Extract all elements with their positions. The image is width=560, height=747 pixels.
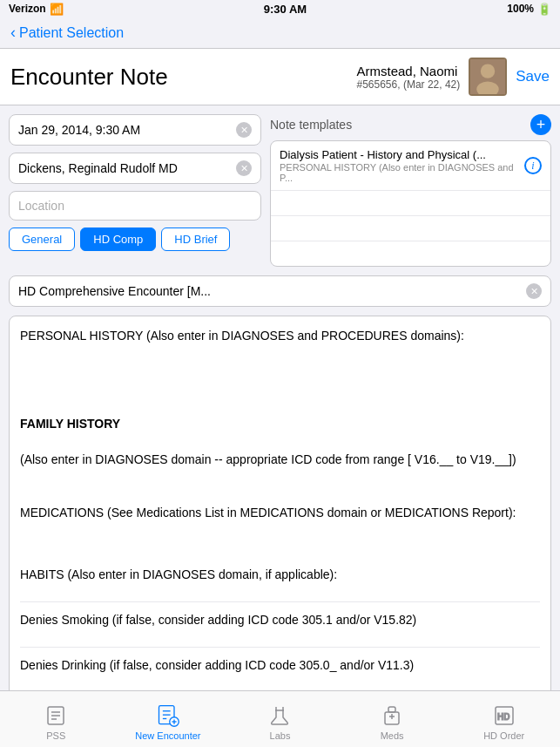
note-section-habits: HABITS (Also enter in DIAGNOSES domain, … [20, 566, 540, 584]
encounter-icon [156, 703, 180, 728]
note-section-spacer-1 [20, 363, 540, 415]
location-placeholder: Location [18, 199, 64, 213]
note-habits-title: HABITS (Also enter in DIAGNOSES domain, … [20, 567, 337, 581]
status-bar: Verizon 📶 9:30 AM 100% 🔋 [0, 0, 560, 17]
note-family-history-title: FAMILY HISTORY [20, 415, 540, 433]
template-item-text: Dialysis Patient - History and Physical … [280, 148, 524, 183]
labs-label: Labs [270, 730, 291, 741]
date-value: Jan 29, 2014, 9:30 AM [18, 123, 140, 137]
time-label: 9:30 AM [264, 3, 307, 16]
wifi-icon: 📶 [50, 3, 64, 16]
nav-bar: ‹ Patient Selection [0, 17, 560, 49]
note-section-personal-history: PERSONAL HISTORY (Also enter in DIAGNOSE… [20, 327, 540, 345]
main-content: Jan 29, 2014, 9:30 AM ✕ Dickens, Reginal… [0, 105, 560, 267]
provider-clear-button[interactable]: ✕ [236, 160, 252, 176]
note-drinking-body: Denies Drinking (if false, consider addi… [20, 658, 414, 672]
page-title: Encounter Note [10, 64, 168, 91]
location-field[interactable]: Location [9, 191, 261, 221]
note-section-title: PERSONAL HISTORY (Also enter in DIAGNOSE… [20, 329, 464, 343]
tab-bar-item-labs[interactable]: Labs [224, 698, 336, 741]
template-desc: PERSONAL HISTORY (Also enter in DIAGNOSE… [280, 162, 524, 183]
provider-field[interactable]: Dickens, Reginald Rudolf MD ✕ [9, 153, 261, 184]
tab-hd-brief[interactable]: HD Brief [161, 227, 230, 251]
note-section-family-history: FAMILY HISTORY [20, 415, 540, 433]
left-column: Jan 29, 2014, 9:30 AM ✕ Dickens, Reginal… [9, 114, 261, 267]
template-empty-row-1 [271, 191, 550, 216]
hd-order-icon: HD [492, 703, 516, 728]
note-medications-title: MEDICATIONS (See Medications List in MED… [20, 506, 516, 520]
list-item[interactable]: Dialysis Patient - History and Physical … [271, 141, 550, 191]
tab-bar-item-new-encounter[interactable]: New Encounter [112, 698, 225, 741]
selected-note-clear-button[interactable]: ✕ [526, 283, 542, 299]
battery-icon: 🔋 [537, 3, 551, 16]
tab-bar: PSS New Encounter Labs [0, 690, 560, 747]
chevron-left-icon: ‹ [10, 24, 16, 42]
note-smoking-body: Denies Smoking (if false, consider addin… [20, 613, 416, 627]
avatar [469, 58, 507, 96]
templates-header: Note templates + [270, 114, 551, 135]
right-column: Note templates + Dialysis Patient - Hist… [270, 114, 551, 267]
tab-bar-item-pss[interactable]: PSS [0, 698, 112, 741]
add-template-button[interactable]: + [530, 114, 551, 135]
note-divider-2 [20, 647, 540, 648]
selected-note-bar[interactable]: HD Comprehensive Encounter [M... ✕ [9, 275, 551, 307]
battery-label: 100% [507, 3, 534, 15]
svg-point-1 [481, 64, 495, 78]
encounter-type-tabs: General HD Comp HD Brief [9, 227, 261, 251]
tab-bar-item-hd-order[interactable]: HD HD Order [448, 698, 560, 741]
patient-info-block: Armstead, Naomi #565656, (Mar 22, 42) [357, 64, 461, 91]
tab-hd-comp[interactable]: HD Comp [80, 227, 156, 251]
note-section-smoking: Denies Smoking (if false, consider addin… [20, 611, 540, 629]
date-clear-button[interactable]: ✕ [236, 122, 252, 138]
note-section-family-history-body: (Also enter in DIAGNOSES domain -- appro… [20, 451, 540, 469]
avatar-image [470, 59, 505, 94]
template-name: Dialysis Patient - History and Physical … [280, 148, 524, 161]
patient-name: Armstead, Naomi [357, 64, 461, 78]
carrier-wifi: Verizon 📶 [9, 3, 64, 16]
battery-info: 100% 🔋 [507, 3, 551, 16]
note-content-area[interactable]: PERSONAL HISTORY (Also enter in DIAGNOSE… [9, 316, 551, 713]
note-section-spacer-3 [20, 540, 540, 566]
note-divider-1 [20, 601, 540, 602]
note-section-spacer-2 [20, 486, 540, 504]
back-label: Patient Selection [19, 25, 124, 41]
selected-note-label: HD Comprehensive Encounter [M... [18, 284, 211, 298]
pss-icon [44, 703, 68, 728]
note-family-history-body: (Also enter in DIAGNOSES domain -- appro… [20, 452, 516, 466]
back-button[interactable]: ‹ Patient Selection [10, 24, 124, 42]
templates-title: Note templates [270, 118, 352, 132]
provider-value: Dickens, Reginald Rudolf MD [18, 161, 178, 175]
meds-label: Meds [381, 730, 404, 741]
page-header: Encounter Note Armstead, Naomi #565656, … [0, 49, 560, 105]
header-right: Armstead, Naomi #565656, (Mar 22, 42) Sa… [357, 58, 550, 96]
svg-text:HD: HD [497, 712, 509, 722]
svg-rect-15 [388, 707, 395, 712]
date-field[interactable]: Jan 29, 2014, 9:30 AM ✕ [9, 114, 261, 146]
template-list: Dialysis Patient - History and Physical … [270, 140, 551, 267]
note-section-medications: MEDICATIONS (See Medications List in MED… [20, 504, 540, 522]
patient-details: #565656, (Mar 22, 42) [357, 78, 461, 91]
info-icon[interactable]: i [524, 157, 542, 174]
encounter-label: New Encounter [135, 730, 200, 741]
template-empty-row-2 [271, 216, 550, 241]
note-section-drinking: Denies Drinking (if false, consider addi… [20, 656, 540, 675]
meds-icon [380, 703, 404, 728]
tab-general[interactable]: General [9, 227, 75, 251]
carrier-label: Verizon [9, 3, 46, 15]
hd-order-label: HD Order [483, 730, 524, 741]
pss-label: PSS [46, 730, 65, 741]
template-empty-row-3 [271, 241, 550, 266]
tab-bar-item-meds[interactable]: Meds [336, 698, 449, 741]
labs-icon [267, 703, 292, 728]
save-button[interactable]: Save [516, 68, 550, 85]
